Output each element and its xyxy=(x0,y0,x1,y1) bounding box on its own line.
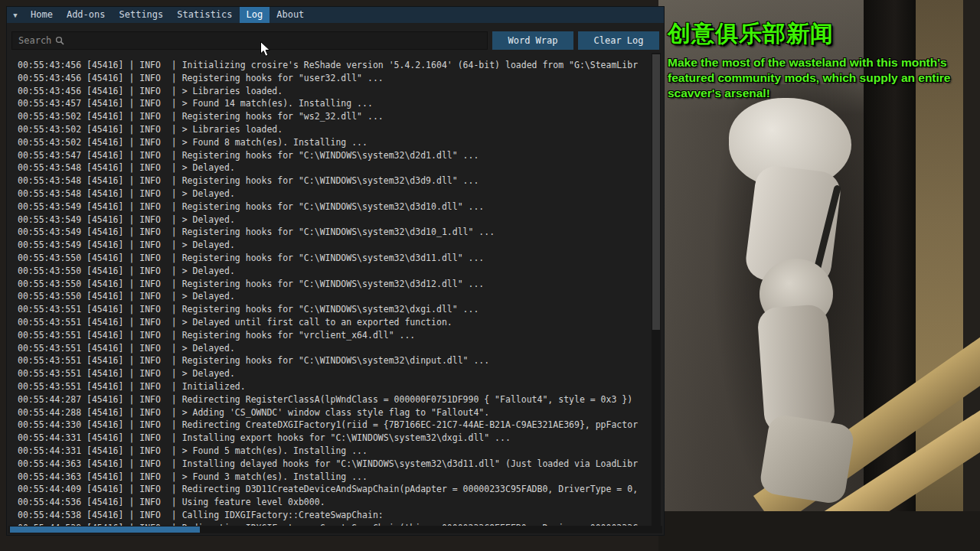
search-icon xyxy=(55,36,64,45)
log-line: 00:55:44:409 [45416] | INFO | Redirectin… xyxy=(18,483,648,496)
log-line: 00:55:43:502 [45416] | INFO | Registerin… xyxy=(18,110,648,123)
log-line: 00:55:43:549 [45416] | INFO | Registerin… xyxy=(18,226,648,239)
log-line: 00:55:43:456 [45416] | INFO | > Librarie… xyxy=(18,85,648,98)
news-body: Make the most of the wasteland with this… xyxy=(668,55,975,101)
tab-add-ons[interactable]: Add-ons xyxy=(60,7,113,23)
log-line: 00:55:43:551 [45416] | INFO | > Delayed … xyxy=(18,316,648,329)
creation-club-news: 创意俱乐部新闻 Make the most of the wasteland w… xyxy=(668,18,975,101)
log-line: 00:55:43:551 [45416] | INFO | Initialize… xyxy=(18,380,648,393)
news-title: 创意俱乐部新闻 xyxy=(668,18,975,50)
mouse-cursor xyxy=(260,41,272,61)
news-body-line: scavver's arsenal! xyxy=(668,86,975,101)
log-line: 00:55:43:550 [45416] | INFO | > Delayed. xyxy=(18,265,648,278)
tab-about[interactable]: About xyxy=(270,7,311,23)
log-line: 00:55:44:363 [45416] | INFO | > Found 3 … xyxy=(18,471,648,484)
log-line: 00:55:43:548 [45416] | INFO | > Delayed. xyxy=(18,161,648,174)
vertical-scrollbar[interactable] xyxy=(652,53,661,527)
collapse-arrow-icon[interactable]: ▼ xyxy=(7,7,24,23)
log-line: 00:55:43:548 [45416] | INFO | Registerin… xyxy=(18,174,648,187)
news-body-line: Make the most of the wasteland with this… xyxy=(668,55,975,70)
reshade-overlay-window: ▼ HomeAdd-onsSettingsStatisticsLogAbout … xyxy=(6,6,665,536)
log-line: 00:55:43:547 [45416] | INFO | Registerin… xyxy=(18,149,648,162)
log-line: 00:55:43:502 [45416] | INFO | > Found 8 … xyxy=(18,136,648,149)
log-line: 00:55:43:550 [45416] | INFO | > Delayed. xyxy=(18,290,648,303)
news-body-line: featured community mods, which supply an… xyxy=(668,70,975,86)
log-line: 00:55:44:330 [45416] | INFO | Redirectin… xyxy=(18,419,648,432)
log-line: 00:55:43:551 [45416] | INFO | Registerin… xyxy=(18,303,648,316)
log-line: 00:55:43:502 [45416] | INFO | > Librarie… xyxy=(18,123,648,136)
log-toolbar: Search Word Wrap Clear Log xyxy=(11,31,659,50)
log-line: 00:55:43:549 [45416] | INFO | > Delayed. xyxy=(18,214,648,227)
log-line: 00:55:43:551 [45416] | INFO | Registerin… xyxy=(18,329,648,342)
robot-arm-hand xyxy=(759,413,856,505)
clear-log-button[interactable]: Clear Log xyxy=(578,31,659,50)
log-line: 00:55:43:549 [45416] | INFO | Registerin… xyxy=(18,201,648,214)
log-line: 00:55:44:288 [45416] | INFO | > Adding '… xyxy=(18,406,648,419)
word-wrap-button[interactable]: Word Wrap xyxy=(492,31,573,50)
log-line: 00:55:43:457 [45416] | INFO | > Found 14… xyxy=(18,97,648,110)
log-line: 00:55:43:550 [45416] | INFO | Registerin… xyxy=(18,278,648,291)
log-line: 00:55:44:331 [45416] | INFO | > Found 5 … xyxy=(18,445,648,458)
log-output[interactable]: 00:55:43:456 [45416] | INFO | Initializi… xyxy=(11,53,648,527)
tab-settings[interactable]: Settings xyxy=(112,7,170,23)
log-line: 00:55:44:287 [45416] | INFO | Redirectin… xyxy=(18,393,648,406)
tab-strip: HomeAdd-onsSettingsStatisticsLogAbout xyxy=(24,7,311,23)
log-line: 00:55:44:536 [45416] | INFO | Using feat… xyxy=(18,496,648,509)
log-line: 00:55:44:331 [45416] | INFO | Installing… xyxy=(18,432,648,445)
overlay-titlebar: ▼ HomeAdd-onsSettingsStatisticsLogAbout xyxy=(7,7,664,23)
log-line: 00:55:43:548 [45416] | INFO | > Delayed. xyxy=(18,187,648,201)
search-placeholder: Search xyxy=(18,35,51,46)
horizontal-scrollbar[interactable] xyxy=(8,526,662,533)
log-line: 00:55:43:551 [45416] | INFO | > Delayed. xyxy=(18,367,648,380)
log-line: 00:55:43:550 [45416] | INFO | Registerin… xyxy=(18,252,648,265)
search-input[interactable]: Search xyxy=(11,31,488,50)
tab-home[interactable]: Home xyxy=(24,7,60,23)
log-line: 00:55:43:549 [45416] | INFO | > Delayed. xyxy=(18,239,648,252)
log-line: 00:55:43:551 [45416] | INFO | Registerin… xyxy=(18,354,648,367)
bg-floor xyxy=(658,511,980,551)
tab-log[interactable]: Log xyxy=(240,7,270,23)
horizontal-scrollbar-thumb[interactable] xyxy=(10,527,200,533)
vertical-scrollbar-thumb[interactable] xyxy=(652,54,660,330)
log-line: 00:55:43:551 [45416] | INFO | > Delayed. xyxy=(18,342,648,355)
log-line: 00:55:44:363 [45416] | INFO | Installing… xyxy=(18,458,648,471)
tab-statistics[interactable]: Statistics xyxy=(170,7,239,23)
log-line: 00:55:43:456 [45416] | INFO | Registerin… xyxy=(18,72,648,85)
log-line: 00:55:43:456 [45416] | INFO | Initializi… xyxy=(18,59,648,72)
robot-arm-forearm xyxy=(756,304,835,435)
log-line: 00:55:44:538 [45416] | INFO | Calling ID… xyxy=(18,509,648,522)
